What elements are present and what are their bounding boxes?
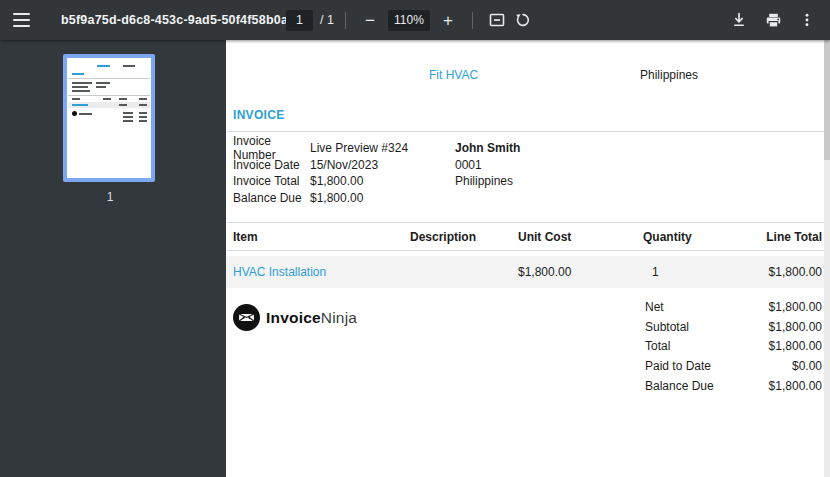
client-name: John Smith — [455, 140, 520, 157]
fit-to-width-button[interactable] — [484, 7, 510, 33]
print-button[interactable] — [760, 7, 786, 33]
minus-icon: − — [365, 12, 375, 29]
toolbar-right-group — [726, 0, 820, 40]
total-label: Subtotal — [645, 320, 689, 334]
thumbnail-preview — [63, 54, 155, 182]
toolbar-divider — [345, 12, 346, 29]
detail-value: $1,800.00 — [310, 174, 363, 188]
client-country: Philippines — [455, 173, 520, 190]
total-row: Net $1,800.00 — [645, 297, 822, 317]
table-header-line-total: Line Total — [766, 230, 822, 244]
invoiceninja-wordmark: InvoiceNinja — [266, 309, 357, 327]
table-header-unit-cost: Unit Cost — [518, 230, 571, 244]
invoiceninja-logo: InvoiceNinja — [233, 304, 357, 331]
download-icon — [731, 12, 747, 28]
invoice-title: INVOICE — [233, 108, 284, 122]
thumbnails-sidebar: 1 — [0, 40, 226, 477]
total-label: Paid to Date — [645, 359, 711, 373]
total-row: Subtotal $1,800.00 — [645, 317, 822, 337]
thumbnail-page-1[interactable]: 1 — [63, 54, 157, 204]
pdf-viewer-window: b5f9a75d-d6c8-453c-9ad5-50f4f58b0ad7 / 1… — [0, 0, 830, 477]
table-header-description: Description — [410, 230, 476, 244]
pdf-page: Fit HVAC Philippines INVOICE Invoice Num… — [226, 40, 830, 477]
scrollbar-thumb[interactable] — [824, 40, 830, 160]
item-quantity: 1 — [652, 265, 659, 279]
detail-row: Invoice Date 15/Nov/2023 — [233, 157, 408, 174]
print-icon — [765, 12, 782, 29]
table-row: HVAC Installation $1,800.00 1 $1,800.00 — [226, 256, 830, 288]
total-label: Net — [645, 300, 664, 314]
toolbar-center-group: / 1 − 110% + — [286, 0, 536, 40]
vertical-scrollbar[interactable] — [824, 40, 830, 477]
pdf-toolbar: b5f9a75d-d6c8-453c-9ad5-50f4f58b0ad7 / 1… — [0, 0, 830, 40]
table-header-item: Item — [233, 230, 258, 244]
company-name: Fit HVAC — [429, 68, 478, 82]
total-value: $1,800.00 — [769, 300, 822, 314]
rotate-icon — [515, 12, 531, 28]
total-value: $1,800.00 — [769, 379, 822, 393]
detail-row: Invoice Number Live Preview #324 — [233, 140, 408, 157]
thumbnail-page-number: 1 — [63, 190, 157, 204]
page-number-input[interactable] — [286, 10, 313, 31]
company-country: Philippines — [640, 68, 698, 82]
item-name: HVAC Installation — [233, 265, 326, 279]
document-filename: b5f9a75d-d6c8-453c-9ad5-50f4f58b0ad7 — [61, 13, 303, 27]
divider — [227, 250, 829, 251]
total-row: Balance Due $1,800.00 — [645, 376, 822, 396]
fit-page-icon — [489, 12, 505, 28]
kebab-menu-icon — [799, 12, 815, 28]
detail-label: Balance Due — [233, 191, 310, 205]
detail-label: Invoice Date — [233, 158, 310, 172]
invoiceninja-ninja-icon — [233, 304, 260, 331]
total-value: $1,800.00 — [769, 320, 822, 334]
detail-value: Live Preview #324 — [310, 141, 408, 155]
plus-icon: + — [443, 12, 453, 29]
detail-value: 15/Nov/2023 — [310, 158, 378, 172]
rotate-button[interactable] — [510, 7, 536, 33]
download-button[interactable] — [726, 7, 752, 33]
item-unit-cost: $1,800.00 — [518, 265, 571, 279]
more-options-button[interactable] — [794, 7, 820, 33]
detail-row: Balance Due $1,800.00 — [233, 190, 408, 207]
page-count-label: / 1 — [320, 13, 334, 27]
invoice-totals: Net $1,800.00 Subtotal $1,800.00 Total $… — [645, 297, 822, 395]
zoom-in-button[interactable]: + — [435, 7, 461, 33]
total-label: Total — [645, 339, 670, 353]
menu-icon[interactable] — [13, 4, 45, 36]
viewer-body: 1 Fit HVAC Philippines INVOICE Invoice N… — [0, 40, 830, 477]
divider — [227, 222, 829, 223]
total-row: Paid to Date $0.00 — [645, 356, 822, 376]
invoice-details: Invoice Number Live Preview #324 Invoice… — [233, 140, 408, 206]
total-value: $0.00 — [792, 359, 822, 373]
client-id: 0001 — [455, 157, 520, 174]
total-row: Total $1,800.00 — [645, 336, 822, 356]
client-info: John Smith 0001 Philippines — [455, 140, 520, 190]
item-line-total: $1,800.00 — [769, 265, 822, 279]
table-header-quantity: Quantity — [643, 230, 692, 244]
detail-row: Invoice Total $1,800.00 — [233, 173, 408, 190]
detail-value: $1,800.00 — [310, 191, 363, 205]
divider — [227, 131, 829, 132]
detail-label: Invoice Total — [233, 174, 310, 188]
zoom-level-field[interactable]: 110% — [388, 10, 430, 31]
toolbar-left-group: b5f9a75d-d6c8-453c-9ad5-50f4f58b0ad7 — [0, 4, 303, 36]
zoom-out-button[interactable]: − — [357, 7, 383, 33]
toolbar-divider — [472, 12, 473, 29]
total-label: Balance Due — [645, 379, 714, 393]
total-value: $1,800.00 — [769, 339, 822, 353]
